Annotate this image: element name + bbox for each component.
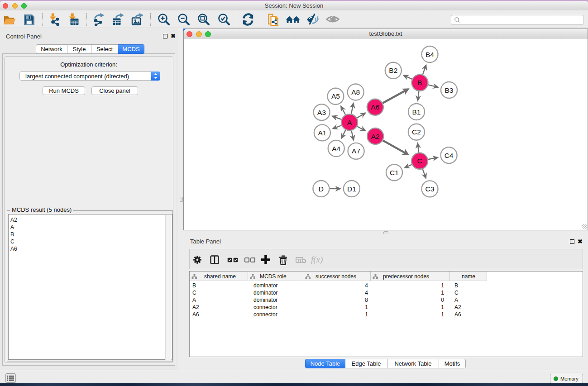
svg-text:A7: A7 [352, 147, 360, 155]
svg-text:C: C [417, 157, 422, 165]
svg-text:B: B [417, 79, 422, 86]
svg-text:C3: C3 [425, 185, 435, 193]
svg-text:C2: C2 [412, 128, 421, 136]
svg-text:B1: B1 [412, 108, 421, 116]
svg-text:C4: C4 [445, 152, 454, 159]
svg-text:A3: A3 [317, 109, 326, 116]
svg-text:B2: B2 [389, 67, 397, 74]
svg-text:D: D [319, 185, 324, 193]
svg-text:D1: D1 [347, 185, 356, 193]
svg-text:C1: C1 [390, 169, 399, 176]
svg-text:A1: A1 [318, 129, 326, 137]
svg-text:A2: A2 [371, 133, 380, 140]
svg-text:A: A [347, 119, 352, 126]
svg-text:B4: B4 [425, 51, 434, 58]
svg-text:A5: A5 [331, 92, 340, 100]
svg-text:A8: A8 [351, 88, 360, 96]
svg-text:B3: B3 [445, 86, 454, 94]
svg-text:A4: A4 [332, 145, 340, 152]
svg-text:A6: A6 [371, 103, 379, 111]
